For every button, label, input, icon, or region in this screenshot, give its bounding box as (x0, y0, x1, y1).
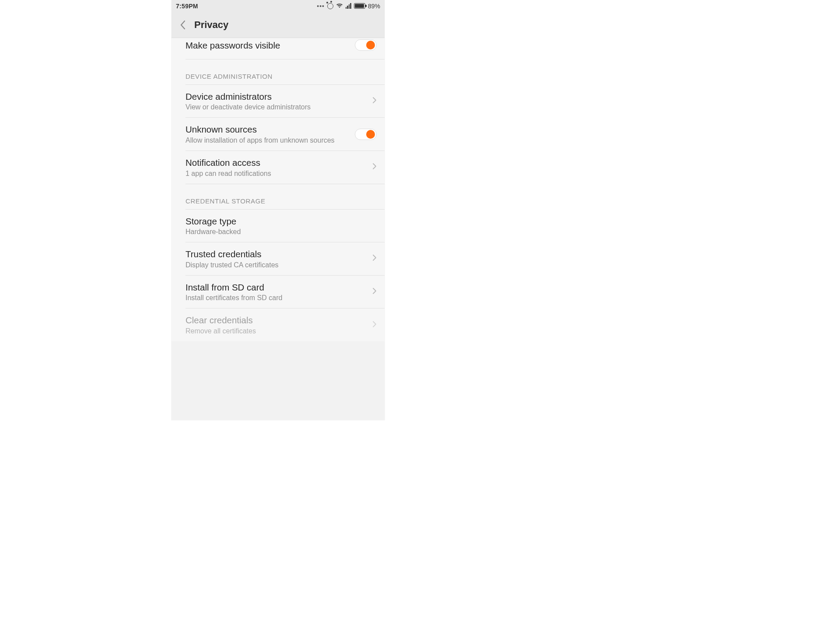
phone-screen: 7:59PM ••• 89% Privacy (172, 0, 385, 420)
status-bar: 7:59PM ••• 89% (172, 0, 385, 12)
row-title: Make passwords visible (186, 40, 355, 51)
row-install-from-sd-card[interactable]: Install from SD card Install certificate… (172, 276, 385, 308)
row-title: Trusted credentials (186, 248, 367, 260)
chevron-left-icon (180, 20, 186, 30)
signal-icon (346, 3, 351, 9)
row-title: Device administrators (186, 91, 367, 102)
row-device-administrators[interactable]: Device administrators View or deactivate… (172, 85, 385, 118)
battery-icon (354, 3, 365, 9)
row-storage-type[interactable]: Storage type Hardware-backed (172, 210, 385, 242)
back-button[interactable] (178, 20, 188, 30)
section-header-credential-storage: CREDENTIAL STORAGE (172, 184, 385, 209)
chevron-right-icon (372, 97, 377, 105)
row-subtitle: Remove all certificates (186, 327, 367, 335)
alarm-icon (327, 3, 333, 9)
app-header: Privacy (172, 12, 385, 38)
row-title: Install from SD card (186, 282, 367, 293)
toggle-make-passwords-visible[interactable] (355, 39, 377, 51)
chevron-right-icon (372, 163, 377, 172)
row-make-passwords-visible[interactable]: Make passwords visible (172, 38, 385, 59)
status-right-icons: ••• 89% (317, 3, 380, 10)
row-subtitle: Install certificates from SD card (186, 294, 367, 302)
row-trusted-credentials[interactable]: Trusted credentials Display trusted CA c… (172, 242, 385, 275)
row-clear-credentials: Clear credentials Remove all certificate… (172, 308, 385, 341)
chevron-right-icon (372, 287, 377, 296)
row-title: Unknown sources (186, 124, 355, 135)
row-subtitle: 1 app can read notifications (186, 170, 367, 178)
wifi-icon (336, 3, 343, 10)
section-header-device-admin: DEVICE ADMINISTRATION (172, 60, 385, 84)
chevron-right-icon (372, 321, 377, 329)
row-unknown-sources[interactable]: Unknown sources Allow installation of ap… (172, 118, 385, 150)
status-time: 7:59PM (176, 3, 198, 10)
page-title: Privacy (194, 19, 228, 31)
settings-list: Make passwords visible DEVICE ADMINISTRA… (172, 38, 385, 341)
toggle-unknown-sources[interactable] (355, 129, 377, 140)
row-title: Notification access (186, 157, 367, 168)
row-title: Clear credentials (186, 315, 367, 326)
row-subtitle: Allow installation of apps from unknown … (186, 136, 355, 144)
row-subtitle: Display trusted CA certificates (186, 261, 367, 269)
more-icon: ••• (317, 3, 325, 10)
battery-percentage: 89% (368, 3, 380, 10)
chevron-right-icon (372, 254, 377, 263)
row-subtitle: Hardware-backed (186, 228, 377, 236)
row-subtitle: View or deactivate device administrators (186, 103, 367, 111)
row-title: Storage type (186, 216, 377, 227)
row-notification-access[interactable]: Notification access 1 app can read notif… (172, 151, 385, 184)
